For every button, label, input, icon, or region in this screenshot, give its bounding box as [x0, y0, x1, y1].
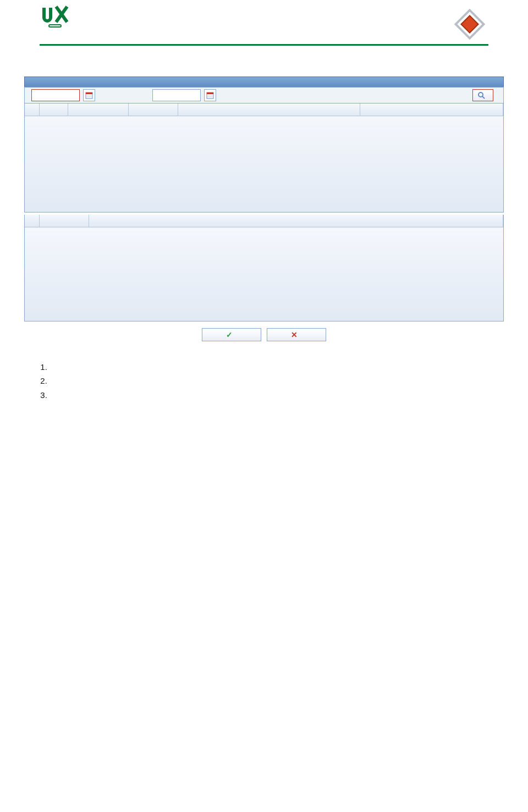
svg-rect-9	[207, 92, 213, 94]
close-icon: ✕	[291, 330, 298, 339]
svg-rect-2	[461, 15, 478, 32]
calendar-icon[interactable]	[204, 89, 216, 101]
svg-point-12	[479, 92, 483, 97]
col-tipo-guia[interactable]	[360, 103, 503, 116]
input-dt-final[interactable]	[152, 89, 201, 101]
col-dt-solic[interactable]	[68, 103, 128, 116]
ok-button[interactable]: ✓	[202, 328, 261, 341]
section-heading	[40, 421, 488, 433]
top-grid[interactable]	[24, 103, 504, 212]
step-3	[50, 389, 488, 401]
col-codigo[interactable]	[39, 215, 89, 227]
col-rownum[interactable]	[25, 215, 39, 227]
col-rownum[interactable]	[25, 103, 39, 116]
wheb-logo	[454, 6, 488, 40]
search-icon	[477, 91, 485, 99]
svg-line-13	[482, 96, 485, 99]
unimed-symbol-icon	[42, 6, 70, 23]
svg-rect-4	[86, 92, 92, 94]
header-divider	[40, 44, 488, 46]
document-body	[40, 361, 488, 433]
col-procedimento[interactable]	[89, 215, 503, 227]
dialog-titlebar	[24, 77, 504, 87]
step-1	[50, 361, 488, 373]
unimed-sub-text	[48, 24, 62, 28]
filter-bar	[24, 87, 504, 103]
consultar-button[interactable]	[472, 89, 493, 101]
check-icon: ✓	[226, 330, 233, 339]
bottom-grid[interactable]	[24, 215, 504, 321]
cancel-button[interactable]: ✕	[267, 328, 326, 341]
calendar-icon[interactable]	[83, 89, 95, 101]
col-segurado[interactable]	[178, 103, 360, 116]
wheb-diamond-icon	[454, 9, 485, 40]
guias-dialog	[24, 77, 504, 321]
col-seq-segu[interactable]	[128, 103, 178, 116]
input-dt-inicial[interactable]	[31, 89, 80, 101]
step-2	[50, 375, 488, 387]
unimed-logo	[40, 6, 70, 28]
col-guia[interactable]	[39, 103, 68, 116]
